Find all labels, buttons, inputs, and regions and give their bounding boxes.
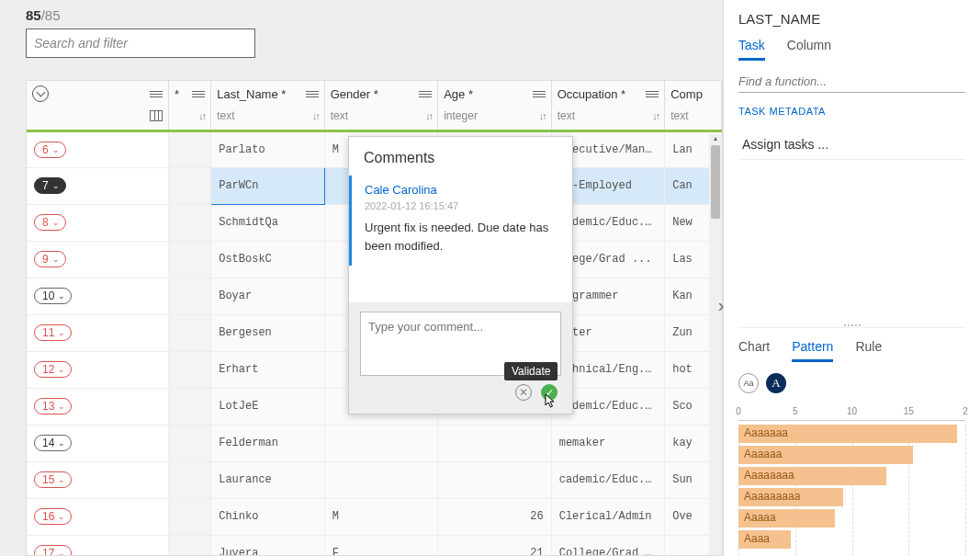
cell-lastname[interactable]: Juvera: [211, 535, 325, 556]
vertical-scrollbar[interactable]: ▴: [709, 134, 722, 555]
cell-occupation[interactable]: memaker: [551, 425, 665, 461]
pattern-bar[interactable]: Aaaaa: [738, 509, 965, 528]
menu-icon[interactable]: [533, 91, 546, 97]
cell-lastname[interactable]: Laurance: [211, 461, 325, 498]
validate-comment-button[interactable]: ✓ Validate: [541, 384, 558, 401]
row-pill[interactable]: 15⌄: [34, 471, 72, 488]
occupation-column-header[interactable]: Occupation * text: [551, 81, 665, 130]
tab-pattern[interactable]: Pattern: [792, 339, 833, 362]
comment-date: 2022-01-12 16:15:47: [365, 200, 559, 211]
cell-occupation[interactable]: College/Grad ...: [551, 535, 665, 556]
cell-lastname[interactable]: OstBoskC: [211, 241, 325, 278]
cell-lastname[interactable]: Chinko: [211, 498, 325, 535]
row-pill[interactable]: 6⌄: [34, 142, 66, 158]
gender-column-header[interactable]: Gender * text: [324, 81, 438, 130]
cell-gender[interactable]: F: [324, 535, 438, 556]
cell-gender[interactable]: M: [324, 498, 438, 535]
table-row[interactable]: 15⌄Laurancecademic/Educ...Sun: [27, 461, 722, 498]
table-row[interactable]: 17⌄JuveraF21College/Grad ...: [27, 535, 722, 556]
pattern-bar[interactable]: Aaaaaa: [738, 446, 965, 464]
cell-age[interactable]: [438, 461, 552, 498]
cursor-icon: [545, 393, 558, 413]
pattern-bar[interactable]: Aaaa: [738, 530, 965, 549]
function-search-input[interactable]: [738, 71, 965, 93]
row-pill[interactable]: 8⌄: [34, 214, 66, 231]
cell-lastname[interactable]: Boyar: [211, 278, 325, 314]
cell-lastname[interactable]: Erhart: [211, 351, 325, 388]
menu-icon[interactable]: [419, 91, 432, 97]
index-column-header[interactable]: [27, 81, 168, 130]
menu-icon[interactable]: [150, 91, 163, 97]
header: 85/85 Search and filter: [0, 7, 723, 65]
cell-occupation[interactable]: Clerical/Admin: [551, 498, 665, 535]
cell-lastname[interactable]: ParWCn: [211, 167, 325, 204]
row-pill[interactable]: 10⌄: [34, 288, 72, 304]
cell-age[interactable]: 26: [438, 498, 552, 535]
menu-icon[interactable]: [306, 91, 319, 97]
row-pill[interactable]: 17⌄: [34, 545, 72, 556]
row-pill[interactable]: 11⌄: [34, 324, 72, 341]
cell-lastname[interactable]: SchmidtQa: [211, 204, 325, 241]
menu-icon[interactable]: [646, 91, 659, 97]
cell-lastname[interactable]: Parlato: [211, 130, 325, 167]
validate-tooltip: Validate: [504, 362, 558, 380]
tab-task[interactable]: Task: [738, 38, 765, 61]
cell-age[interactable]: [438, 425, 552, 461]
cancel-comment-button[interactable]: ✕: [515, 384, 532, 401]
sidebar: LAST_NAME Task Column TASK METADATA Assi…: [723, 0, 980, 556]
case-toggle-icon[interactable]: Aa: [738, 373, 759, 393]
sidebar-title: LAST_NAME: [738, 11, 965, 27]
row-count: 85/85: [26, 7, 697, 23]
marker-column-header[interactable]: *: [168, 81, 210, 130]
row-pill[interactable]: 7⌄: [34, 177, 66, 194]
sort-icon[interactable]: [198, 110, 205, 121]
data-table: * Last_Name * text Gender * text Age: [26, 80, 723, 556]
menu-icon[interactable]: [192, 91, 205, 97]
sort-icon[interactable]: [539, 110, 546, 121]
cell-lastname[interactable]: Bergesen: [211, 314, 325, 351]
lastname-column-header[interactable]: Last_Name * text: [211, 81, 325, 130]
cell-age[interactable]: 21: [438, 535, 552, 556]
expand-all-icon[interactable]: [32, 85, 49, 102]
sort-icon[interactable]: [425, 110, 432, 121]
row-pill[interactable]: 12⌄: [34, 361, 72, 378]
pattern-bar[interactable]: Aaaaaaaaa: [738, 488, 965, 506]
tab-chart[interactable]: Chart: [738, 339, 770, 362]
search-input[interactable]: Search and filter: [26, 28, 255, 58]
cell-gender[interactable]: [324, 425, 438, 461]
chart-axis: 0510152: [738, 406, 965, 421]
comment-author[interactable]: Cale Carolina: [365, 183, 559, 197]
table-row[interactable]: 14⌄Feldermanmemakerkay: [27, 425, 722, 461]
tab-rule[interactable]: Rule: [855, 339, 882, 362]
expand-sidebar-icon[interactable]: [713, 294, 729, 316]
font-toggle-icon[interactable]: A: [766, 373, 786, 393]
layout-icon[interactable]: [150, 110, 163, 121]
row-pill[interactable]: 14⌄: [34, 435, 72, 451]
company-column-header[interactable]: Comp text: [665, 81, 722, 130]
comments-popup: Comments Cale Carolina 2022-01-12 16:15:…: [348, 136, 573, 414]
comment-text: Urgent fix is needed. Due date has been …: [365, 219, 559, 255]
pattern-bar[interactable]: Aaaaaaa: [738, 425, 965, 443]
cell-lastname[interactable]: LotJeE: [211, 388, 325, 425]
pattern-bar[interactable]: Aaaaaaaa: [738, 467, 965, 485]
age-column-header[interactable]: Age * integer: [438, 81, 552, 130]
row-pill[interactable]: 9⌄: [34, 251, 66, 267]
table-row[interactable]: 16⌄ChinkoM26Clerical/AdminOve: [27, 498, 722, 535]
row-pill[interactable]: 16⌄: [34, 508, 72, 525]
cell-lastname[interactable]: Felderman: [211, 425, 325, 461]
sort-icon[interactable]: [652, 110, 659, 121]
tab-column[interactable]: Column: [787, 38, 831, 61]
row-pill[interactable]: 13⌄: [34, 398, 72, 414]
comments-title: Comments: [349, 137, 572, 176]
task-metadata-label[interactable]: TASK METADATA: [738, 106, 965, 117]
resize-handle-icon[interactable]: [839, 324, 866, 328]
assign-tasks-button[interactable]: Assign tasks ...: [738, 130, 965, 160]
cell-gender[interactable]: [324, 461, 438, 498]
sort-icon[interactable]: [312, 110, 319, 121]
cell-occupation[interactable]: cademic/Educ...: [551, 461, 665, 498]
